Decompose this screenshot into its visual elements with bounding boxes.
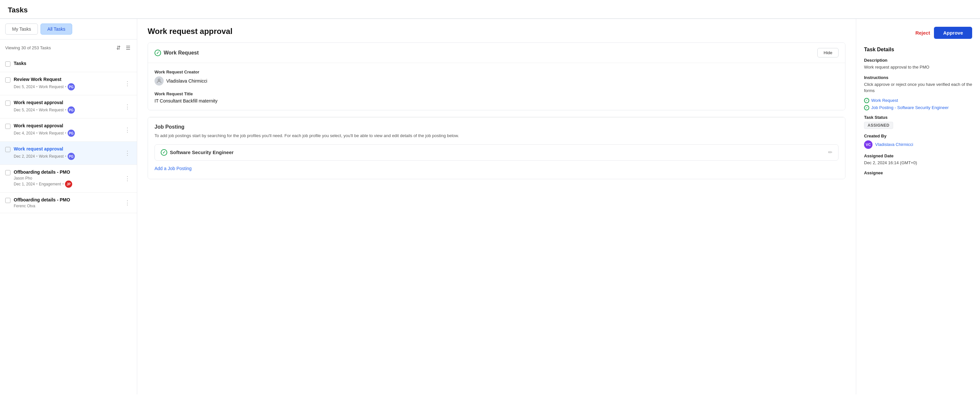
link-item-job-posting: ✓ Job Posting - Software Security Engine… bbox=[864, 105, 972, 110]
task-more-button[interactable]: ⋮ bbox=[123, 80, 132, 87]
link-check-icon: ✓ bbox=[864, 98, 869, 103]
tasks-header-label: Tasks bbox=[14, 61, 132, 67]
avatar: PG bbox=[68, 83, 75, 90]
creator-label: Work Request Creator bbox=[154, 70, 838, 75]
work-request-body: Work Request Creator Vladislava Chirmicc… bbox=[148, 63, 845, 110]
reject-button[interactable]: Reject bbox=[915, 30, 930, 36]
link-check-icon: ✓ bbox=[864, 105, 869, 110]
hide-button[interactable]: Hide bbox=[817, 48, 838, 57]
edit-icon[interactable]: ✏ bbox=[828, 149, 832, 155]
task-name: Work request approval bbox=[14, 100, 120, 105]
task-dot: • bbox=[36, 84, 38, 89]
avatar: PG bbox=[68, 153, 75, 160]
work-request-link[interactable]: Work Request bbox=[871, 98, 898, 103]
job-check-circle-icon: ✓ bbox=[161, 149, 167, 156]
task-item: Offboarding details - PMO Ferenc Otva ⋮ bbox=[0, 193, 137, 213]
task-details-title: Task Details bbox=[864, 47, 972, 52]
assigned-date-label: Assigned Date bbox=[864, 154, 972, 158]
task-more-button[interactable]: ⋮ bbox=[123, 126, 132, 133]
tasks-select-all-checkbox[interactable] bbox=[5, 61, 10, 67]
task-name-link[interactable]: Work request approval bbox=[14, 146, 120, 151]
creator-name: Vladislava Chirmicci bbox=[166, 78, 207, 84]
wr-title-value: IT Consultant Backfill maternity bbox=[154, 98, 838, 103]
description-label: Description bbox=[864, 58, 972, 63]
created-by-label: Created By bbox=[864, 133, 972, 138]
filter-button[interactable]: ☰ bbox=[124, 43, 132, 52]
task-content: Offboarding details - PMO Ferenc Otva bbox=[14, 197, 120, 208]
task-more-button[interactable]: ⋮ bbox=[123, 149, 132, 157]
task-checkbox[interactable] bbox=[5, 78, 10, 82]
task-meta: Dec 5, 2024 • Work Request • PG bbox=[14, 106, 120, 114]
task-status-label: Task Status bbox=[864, 115, 972, 120]
task-more-button[interactable]: ⋮ bbox=[123, 199, 132, 206]
center-title: Work request approval bbox=[148, 27, 845, 36]
instructions-label: Instructions bbox=[864, 75, 972, 80]
wr-title-label: Work Request Title bbox=[154, 91, 838, 96]
instructions-value: Click approve or reject once you have ve… bbox=[864, 81, 972, 94]
task-checkbox[interactable] bbox=[5, 147, 10, 152]
task-meta-date: Dec 1, 2024 • Engagement • JP bbox=[14, 181, 120, 188]
task-date: Dec 2, 2024 bbox=[14, 154, 35, 159]
task-date: Dec 5, 2024 bbox=[14, 84, 35, 89]
work-request-card: ✓ Work Request Hide Work Request Creator… bbox=[148, 43, 845, 110]
sidebar-actions: ⇵ ☰ bbox=[115, 43, 132, 52]
task-checkbox[interactable] bbox=[5, 198, 10, 203]
task-content: Work request approval Dec 5, 2024 • Work… bbox=[14, 100, 120, 114]
link-item-work-request: ✓ Work Request bbox=[864, 98, 972, 103]
created-by-row: VC Vladislava Chirmicci bbox=[864, 140, 972, 149]
tab-my-tasks[interactable]: My Tasks bbox=[5, 24, 38, 35]
sort-button[interactable]: ⇵ bbox=[115, 43, 122, 52]
sidebar-meta: Viewing 30 of 253 Tasks ⇵ ☰ bbox=[0, 40, 137, 56]
avatar: PG bbox=[68, 130, 75, 137]
task-meta: Dec 5, 2024 • Work Request • PG bbox=[14, 83, 120, 90]
add-job-posting-link[interactable]: Add a Job Posting bbox=[154, 165, 192, 172]
task-item: Work request approval Dec 5, 2024 • Work… bbox=[0, 95, 137, 119]
task-category: Work Request bbox=[39, 108, 64, 112]
viewing-count: Viewing 30 of 253 Tasks bbox=[5, 45, 51, 50]
task-meta: Dec 4, 2024 • Work Request • PG bbox=[14, 130, 120, 137]
job-posting-link[interactable]: Job Posting - Software Security Engineer bbox=[871, 105, 949, 110]
job-posting-card: Job Posting To add job postings start by… bbox=[148, 117, 845, 179]
created-by-name: Vladislava Chirmicci bbox=[875, 142, 913, 147]
description-value: Work request approval to the PMO bbox=[864, 64, 972, 70]
work-request-title: ✓ Work Request bbox=[154, 50, 199, 56]
creator-avatar bbox=[154, 76, 164, 86]
approve-button[interactable]: Approve bbox=[934, 27, 972, 39]
job-posting-section: Job Posting To add job postings start by… bbox=[148, 117, 845, 179]
assigned-date-value: Dec 2, 2024 16:14 (GMT+0) bbox=[864, 160, 972, 166]
task-item-active[interactable]: Work request approval Dec 2, 2024 • Work… bbox=[0, 142, 137, 165]
created-by-avatar: VC bbox=[864, 140, 872, 149]
task-date: Dec 4, 2024 bbox=[14, 131, 35, 135]
task-sub-name: Ferenc Otva bbox=[14, 204, 35, 208]
main-layout: My Tasks All Tasks Viewing 30 of 253 Tas… bbox=[0, 19, 980, 394]
task-name: Offboarding details - PMO bbox=[14, 170, 120, 174]
task-checkbox[interactable] bbox=[5, 124, 10, 129]
task-item: Review Work Request Dec 5, 2024 • Work R… bbox=[0, 72, 137, 95]
job-item: ✓ Software Security Engineer ✏ bbox=[154, 144, 838, 160]
right-panel: Reject Approve Task Details Description … bbox=[856, 19, 980, 394]
task-content: Work request approval Dec 4, 2024 • Work… bbox=[14, 123, 120, 137]
job-posting-title: Job Posting bbox=[154, 124, 838, 130]
task-name: Offboarding details - PMO bbox=[14, 197, 120, 202]
task-sub-name: Jason Pho bbox=[14, 176, 32, 181]
task-name: Review Work Request bbox=[14, 77, 120, 82]
task-date: Dec 1, 2024 bbox=[14, 182, 35, 186]
task-item: Work request approval Dec 4, 2024 • Work… bbox=[0, 119, 137, 142]
task-checkbox[interactable] bbox=[5, 100, 10, 106]
action-row: Reject Approve bbox=[864, 27, 972, 39]
task-more-button[interactable]: ⋮ bbox=[123, 175, 132, 182]
task-item: Offboarding details - PMO Jason Pho Dec … bbox=[0, 165, 137, 193]
task-category: Engagement bbox=[39, 182, 61, 186]
check-circle-icon: ✓ bbox=[154, 50, 161, 56]
task-date: Dec 5, 2024 bbox=[14, 108, 35, 112]
creator-row: Vladislava Chirmicci bbox=[154, 76, 838, 86]
task-checkbox[interactable] bbox=[5, 170, 10, 175]
tab-all-tasks[interactable]: All Tasks bbox=[40, 24, 72, 35]
task-more-button[interactable]: ⋮ bbox=[123, 103, 132, 110]
task-meta: Jason Pho bbox=[14, 176, 120, 181]
task-meta: Ferenc Otva bbox=[14, 204, 120, 208]
task-category: Work Request bbox=[39, 131, 64, 135]
svg-point-0 bbox=[158, 79, 160, 81]
task-name: Work request approval bbox=[14, 123, 120, 128]
avatar: PG bbox=[68, 106, 75, 114]
